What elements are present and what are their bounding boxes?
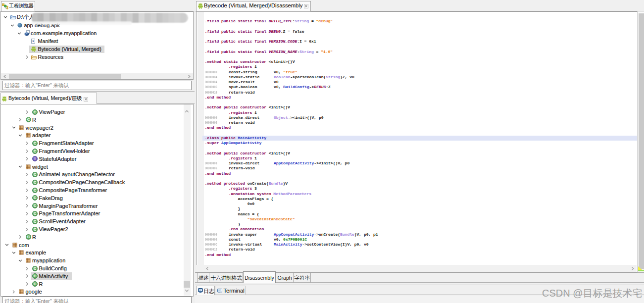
- svg-text:C: C: [34, 203, 37, 208]
- svg-text:C: C: [27, 118, 30, 122]
- svg-text:C: C: [34, 211, 37, 216]
- svg-text:C: C: [34, 141, 37, 146]
- svg-text:C: C: [27, 235, 30, 240]
- svg-text:C: C: [34, 219, 37, 224]
- svg-text:C: C: [34, 266, 37, 271]
- svg-text:C: C: [34, 180, 37, 185]
- svg-text:C: C: [34, 282, 37, 286]
- svg-text:C: C: [34, 149, 37, 153]
- svg-text:C: C: [34, 188, 37, 193]
- svg-text:C: C: [34, 196, 37, 201]
- svg-text:C: C: [34, 110, 37, 114]
- svg-text:C: C: [34, 172, 37, 177]
- svg-text:C: C: [34, 274, 37, 279]
- svg-text:C: C: [34, 227, 37, 232]
- svg-text:I: I: [34, 157, 35, 161]
- svg-text:x: x: [32, 39, 34, 43]
